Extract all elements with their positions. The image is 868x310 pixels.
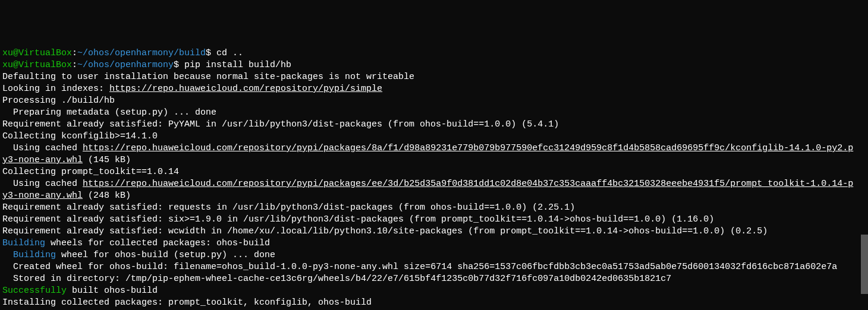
output-line: Stored in directory: /tmp/pip-ephem-whee… <box>2 274 671 284</box>
output-line: Installing collected packages: prompt_to… <box>2 298 372 308</box>
output-line: Building wheels for collected packages: … <box>2 238 270 248</box>
prompt-user: xu@VirtualBox <box>2 48 72 58</box>
command-text: pip install build/hb <box>184 60 291 70</box>
building-label: Building <box>2 238 45 248</box>
prompt-user: xu@VirtualBox <box>2 60 72 70</box>
prompt-line: xu@VirtualBox:~/ohos/openharmony$ pip in… <box>2 60 291 70</box>
output-line: Using cached https://repo.huaweicloud.co… <box>2 179 853 201</box>
terminal-output[interactable]: xu@VirtualBox:~/ohos/openharmony/build$ … <box>2 48 858 310</box>
scrollbar-thumb[interactable] <box>861 235 868 294</box>
output-line: Requirement already satisfied: six>=1.9.… <box>2 214 714 224</box>
command-text: cd .. <box>216 48 243 58</box>
output-line: Requirement already satisfied: wcwidth i… <box>2 226 768 236</box>
prompt-line: xu@VirtualBox:~/ohos/openharmony/build$ … <box>2 48 243 58</box>
output-line: Collecting prompt_toolkit==1.0.14 <box>2 167 179 177</box>
index-url-link[interactable]: https://repo.huaweicloud.com/repository/… <box>109 84 382 94</box>
building-label: Building <box>2 250 56 260</box>
success-label: Successfully <box>2 286 67 296</box>
output-line: Using cached https://repo.huaweicloud.co… <box>2 143 853 165</box>
output-line: Requirement already satisfied: requests … <box>2 203 575 213</box>
output-line: Processing ./build/hb <box>2 96 115 106</box>
output-line: Collecting kconfiglib>=14.1.0 <box>2 131 158 141</box>
prompt-path: ~/ohos/openharmony <box>77 60 174 70</box>
prompt-path: ~/ohos/openharmony/build <box>77 48 206 58</box>
output-line: Building wheel for ohos-build (setup.py)… <box>2 250 275 260</box>
output-line: Looking in indexes: https://repo.huaweic… <box>2 84 382 94</box>
output-line: Defaulting to user installation because … <box>2 72 414 82</box>
output-line: Requirement already satisfied: PyYAML in… <box>2 119 559 129</box>
output-line: Created wheel for ohos-build: filename=o… <box>2 262 837 272</box>
output-line: Preparing metadata (setup.py) ... done <box>2 107 216 118</box>
output-line: Successfully built ohos-build <box>2 286 158 296</box>
